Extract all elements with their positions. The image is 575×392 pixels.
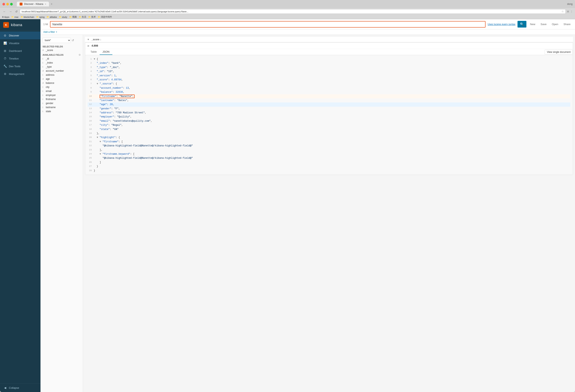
sidebar-item-visualize-label: Visualize [9,42,20,45]
tab-bar: Discover - Kibana × + [17,2,566,6]
sidebar-item-dashboard[interactable]: ⊞ Dashboard [0,47,41,55]
folder-icon: 📁 [88,16,91,18]
result-score-value: 4.898 [92,44,98,47]
share-button[interactable]: Share [562,22,572,26]
user-label: dong [567,3,573,5]
devtools-icon: 🔧 [3,64,7,68]
folder-icon: 📁 [47,16,49,18]
field-name-score: _score [46,49,81,52]
refresh-index-button[interactable]: ↺ [72,39,74,42]
result-header[interactable]: ▶ 4.898 [85,43,573,49]
field-type-num-icon: # [43,82,45,84]
bookmark-sping[interactable]: 📁 sping [36,16,45,18]
sidebar-item-devtools[interactable]: 🔧 Dev Tools [0,62,41,70]
bookmark-life[interactable]: 📁 生活 [79,15,86,18]
field-item-balance[interactable]: # balance [41,81,83,85]
search-input[interactable] [50,21,486,27]
selected-field-score[interactable]: # _score [41,48,83,52]
sidebar-item-timelion[interactable]: ⏱ Timelion [0,55,41,62]
bookmark-sping-label: sping [39,16,45,18]
forward-button[interactable]: → [8,9,13,14]
bookmark-alibaba[interactable]: 📁 alibaba [47,16,57,18]
refresh-button[interactable]: ↺ [14,9,19,14]
new-tab-button[interactable]: + [49,2,54,6]
field-type-text-icon: t [43,66,45,68]
back-button[interactable]: ← [2,9,7,14]
json-line: 21 ▼ "firstname": [ [88,140,570,144]
score-column-header[interactable]: _score ↓ [92,38,101,41]
new-button[interactable]: New [528,22,537,26]
field-item-employer[interactable]: t employer [41,93,83,97]
field-item-id[interactable]: t _id [41,57,83,61]
tab-title: Discover - Kibana [24,3,43,5]
tab-close-button[interactable]: × [45,3,46,5]
json-line: 6 "_score": 4.89784, [88,78,570,82]
add-filter-button[interactable]: Add a filter + [43,31,57,33]
field-type-text-icon: t [43,98,45,100]
browser-tab[interactable]: Discover - Kibana × [17,2,49,6]
minimize-button[interactable] [6,3,9,5]
field-item-type[interactable]: t _type [41,65,83,69]
field-name-gender: gender [46,102,81,105]
json-line: 19 }, [88,131,570,135]
search-submit-button[interactable]: 🔍 [518,21,527,27]
field-item-email[interactable]: t email [41,89,83,93]
collapse-icon: ◀ [3,386,7,390]
score-col-label: ▼ [87,38,90,41]
save-button[interactable]: Save [539,22,548,26]
bookmark-star-icon[interactable]: ☆ [561,10,564,13]
address-text: localhost:5601/app/kibana#/discover?_g=(… [22,10,560,13]
maximize-button[interactable] [10,3,13,5]
json-line: 7 ▼ "_source": { [88,82,570,86]
field-item-account-number[interactable]: # account_number [41,69,83,73]
field-name-index: _index [46,61,81,64]
close-button[interactable] [2,3,5,5]
field-name-email: email [46,90,81,93]
sidebar-item-discover[interactable]: ⊙ Discover [0,32,41,39]
bookmark-apps[interactable]: ⊞ Apps [2,16,9,18]
bookmark-messaging[interactable]: 📁 消息中间件 [98,15,112,18]
field-settings-icon[interactable]: ⚙ [79,53,81,56]
json-line: 16 "email": "nanettebates@quility.com", [88,119,570,123]
kibana-logo: K kibana [0,19,41,31]
field-name-account-number: account_number [46,70,81,72]
tab-json[interactable]: JSON [100,49,112,55]
collapse-button[interactable]: ◀ Collapse [0,383,41,392]
tab-table[interactable]: Table [88,49,100,55]
sidebar-item-visualize[interactable]: 📊 Visualize [0,39,41,47]
bookmark-tech-label: 技术 [91,15,96,18]
field-type-icon: # [43,49,45,51]
bookmark-tech[interactable]: 📁 技术 [88,15,96,18]
app-layout: K kibana ⊙ Discover 📊 Visualize ⊞ Dashbo… [0,19,575,392]
view-single-document-button[interactable]: View single document [545,49,573,54]
index-select[interactable]: bank* [43,38,71,43]
score-bar: ▼ _score ↓ [85,37,573,42]
field-item-index[interactable]: t _index [41,61,83,65]
field-item-state[interactable]: t state [41,109,83,113]
open-button[interactable]: Open [550,22,560,26]
sidebar-item-management[interactable]: ⚙ Management [0,70,41,78]
bookmarks-bar: ⊞ Apps 📁 mac 📁 blockchain 📁 sping 📁 alib… [0,15,575,19]
field-type-text-icon: t [43,62,45,64]
lucene-syntax-label[interactable]: Uses lucene query syntax [487,23,515,26]
bookmark-blockchain[interactable]: 📁 blockchain [21,16,34,18]
bookmark-video[interactable]: 📁 视频 [69,15,77,18]
field-item-age[interactable]: # age [41,77,83,81]
field-name-lastname: lastname [46,106,81,109]
field-item-city[interactable]: t city [41,85,83,89]
field-item-gender[interactable]: t gender [41,101,83,105]
field-item-address[interactable]: t address [41,73,83,77]
browser-menu-icon[interactable]: ⋮ [570,10,573,13]
result-row: ▶ 4.898 Table JSON View single document [85,42,573,175]
folder-icon: 📁 [21,16,23,18]
field-item-lastname[interactable]: t lastname [41,105,83,109]
address-bar[interactable]: localhost:5601/app/kibana#/discover?_g=(… [20,9,566,14]
available-fields-title: Available Fields [43,54,63,56]
bookmark-study[interactable]: 📁 study [59,16,67,18]
bookmark-mac[interactable]: 📁 mac [11,16,19,18]
shield-icon: ⊕ [567,10,569,13]
field-item-firstname[interactable]: t firstname [41,97,83,101]
sidebar-item-dashboard-label: Dashboard [9,49,22,52]
index-selector: bank* ↺ [41,36,83,44]
bookmark-alibaba-label: alibaba [49,16,57,18]
